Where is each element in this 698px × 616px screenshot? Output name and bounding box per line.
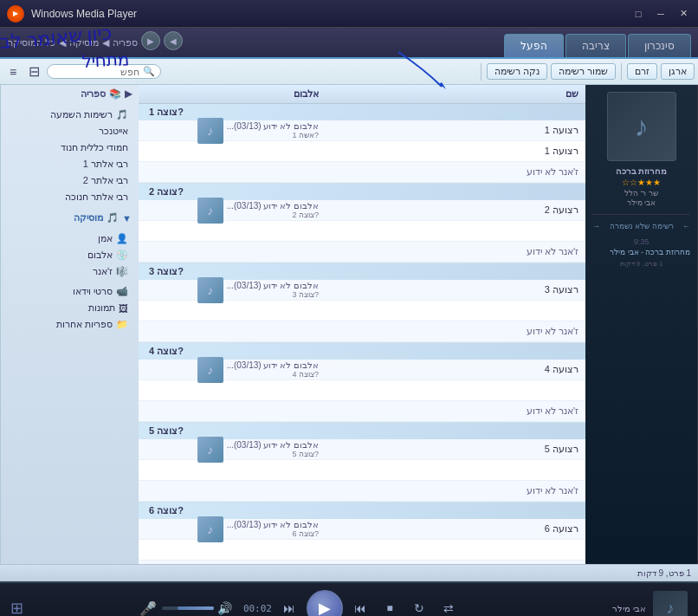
track-row[interactable] — [139, 221, 585, 242]
playlist-name: רשימה שלא נשמרה — [610, 222, 674, 230]
panel-divider — [592, 214, 690, 215]
music-note-icon: ♪ — [635, 111, 649, 143]
track-row[interactable]: רצועה 4 אלבום לא ידוע (03/13)... ?צוצה 4… — [139, 360, 585, 380]
sidebar-section-music[interactable]: ▼ 🎵 מוסיקה — [1, 209, 139, 227]
toolbar-separator — [621, 63, 622, 81]
tab-sync[interactable]: סינכרון — [628, 34, 691, 57]
track-group-4: ?צוצה 4 רצועה 4 אלבום לא ידוע (03/13)...… — [139, 343, 585, 423]
sidebar-item-itunes[interactable]: אייטנכר — [1, 123, 139, 139]
breadcrumb-sep2: ◀ — [59, 37, 66, 49]
track-row[interactable]: ז'אנר לא ידוע — [139, 242, 585, 263]
wmp-logo: ▶ — [7, 5, 24, 23]
breadcrumb-sep1: ◀ — [102, 37, 109, 49]
nav-back-button[interactable]: ◀ — [164, 31, 183, 50]
breadcrumb: ◀ ▶ ספריה ◀ מוסיקה ◀ כל המוסיקה — [7, 31, 183, 57]
track-row[interactable]: רצועה 2 אלבום לא ידוע (03/13)... ?צוצה 2… — [139, 200, 585, 221]
sidebar-item-genre[interactable]: 🎼 ז'אנר — [1, 263, 139, 280]
repeat-button[interactable]: ↻ — [407, 596, 431, 616]
playing-track: מחרוזת ברכה - אבי מילר — [592, 248, 690, 256]
track-row[interactable]: רצועה 1 — [139, 141, 585, 162]
sidebar-item-rabi2[interactable]: רבי אלתר 2 — [1, 172, 139, 189]
track-group-2: ?צוצה 2 רצועה 2 אלבום לא ידוע (03/13)...… — [139, 184, 585, 263]
next-button[interactable]: ⏭ — [277, 596, 301, 616]
sidebar-item-rabi1[interactable]: רבי אלתר 1 — [1, 156, 139, 172]
search-input[interactable] — [53, 67, 139, 77]
album-thumbnail: ♪ — [197, 198, 223, 224]
track-row[interactable] — [139, 540, 585, 561]
clear-list-button[interactable]: נקה רשימה — [487, 63, 547, 80]
sidebar-item-hamudei[interactable]: חמודי כללית חנוד — [1, 139, 139, 156]
album-thumbnail: ♪ — [197, 357, 223, 383]
breadcrumb-music[interactable]: מוסיקה — [69, 37, 99, 49]
maximize-button[interactable]: □ — [630, 6, 646, 22]
sidebar-item-other-libraries[interactable]: 📁 ספריות אחרות — [1, 316, 139, 333]
album-thumbnail: ♪ — [197, 118, 223, 144]
singer-label: שר ר' הלל — [616, 189, 668, 198]
track-row[interactable]: רצועה 1 אלבום לא ידוע (03/13)... ?אשה 1 … — [139, 120, 585, 141]
shuffle-button[interactable]: ⇄ — [436, 596, 461, 616]
album-art: ♪ — [607, 92, 676, 161]
minimize-button[interactable]: ─ — [653, 6, 669, 22]
view-buttons: ⊟ ≡ — [3, 62, 43, 81]
nav-right-arrow[interactable]: → — [592, 222, 600, 230]
sidebar-item-artist[interactable]: 👤 אמן — [1, 230, 139, 247]
track-rating[interactable]: ★★★☆☆ — [616, 178, 668, 187]
prev-button[interactable]: ⏮ — [348, 596, 372, 616]
view-mode-button[interactable]: ⊟ — [24, 62, 43, 81]
track-group-3: ?צוצה 3 רצועה 3 אלבום לא ידוע (03/13)...… — [139, 263, 585, 343]
organize-button[interactable]: ארגן — [661, 63, 695, 80]
close-button[interactable]: ✕ — [675, 6, 691, 22]
stop-button[interactable]: ■ — [378, 596, 402, 616]
track-row[interactable]: רצועה 6 אלבום לא ידוע (03/13)... ?צוצה 6… — [139, 519, 585, 540]
nav-tabs: סינכרון צריבה הפעל ◀ ▶ ספריה ◀ מוסיקה ◀ … — [0, 28, 698, 59]
volume-icon: 🔊 — [217, 601, 232, 615]
breadcrumb-all[interactable]: כל המוסיקה — [7, 37, 55, 49]
sidebar-item-album[interactable]: 💿 אלבום — [1, 247, 139, 263]
track-name: רצועה 1 — [322, 125, 578, 136]
album-name: אלבום לא ידוע (03/13)... — [227, 121, 319, 131]
album-thumbnail: ♪ — [197, 516, 223, 542]
status-bar: 1 פרט, 9 דקות — [0, 564, 698, 581]
nav-forward-button[interactable]: ▶ — [141, 31, 160, 50]
volume-area: 🔊 — [162, 601, 232, 615]
track-row[interactable]: ז'אנר לא ידוע — [139, 401, 585, 422]
track-row[interactable]: ז'אנר לא ידוע — [139, 481, 585, 502]
track-row[interactable] — [139, 460, 585, 481]
track-row[interactable] — [139, 380, 585, 401]
mic-icon[interactable]: 🎤 — [139, 600, 157, 617]
columns-button[interactable]: ≡ — [3, 62, 23, 81]
sidebar-item-videos[interactable]: 📹 סרטי וידאו — [1, 283, 139, 300]
sidebar-item-playlists[interactable]: 🎵 רשימות השמעה — [1, 107, 139, 123]
playlist-label: ← רשימה שלא נשמרה → — [592, 222, 690, 230]
save-list-button[interactable]: שמור רשימה — [551, 63, 616, 80]
track-row[interactable] — [139, 301, 585, 321]
track-row[interactable]: ז'אנר לא ידוע — [139, 561, 585, 564]
stream-button[interactable]: זרם — [627, 63, 657, 80]
album-sub: ?אשה 1 — [227, 131, 319, 139]
genre-label: ז'אנר לא ידוע — [145, 166, 578, 178]
track-row[interactable]: רצועה 5 אלבום לא ידוע (03/13)... ?צוצה 5… — [139, 439, 585, 460]
sidebar-item-rabi-hanukah[interactable]: רבי אלתר חנוכה — [1, 189, 139, 205]
player-right-buttons: ⊞ — [10, 599, 23, 616]
nav-circle-buttons: ◀ ▶ — [141, 31, 183, 54]
track-name: רצועה 2 — [319, 204, 578, 216]
col-header-album[interactable]: אלבום — [145, 88, 319, 100]
sidebar-item-pictures[interactable]: 🖼 תמונות — [1, 300, 139, 316]
track-group-1: ?צוצה 1 רצועה 1 אלבום לא ידוע (03/13)...… — [139, 104, 585, 184]
sidebar-section-library[interactable]: ▶ 📚 ספריה — [1, 85, 139, 103]
col-header-name[interactable]: שם — [336, 88, 578, 100]
tab-burn[interactable]: צריבה — [566, 34, 626, 57]
eq-button[interactable]: ⊞ — [10, 599, 23, 616]
play-button[interactable]: ▶ — [307, 590, 343, 616]
track-row[interactable]: רצועה 3 אלבום לא ידוע (03/13)... ?צוצה 3… — [139, 280, 585, 301]
track-row[interactable]: ז'אנר לא ידוע — [139, 162, 585, 183]
title-bar-controls-left: ✕ ─ □ — [630, 6, 691, 22]
content-area: שם אלבום ?צוצה 1 רצועה 1 אלבום לא ידוע — [139, 85, 585, 564]
track-row[interactable]: ז'אנר לא ידוע — [139, 321, 585, 342]
nav-left-arrow[interactable]: ← — [682, 222, 690, 230]
breadcrumb-library[interactable]: ספריה — [113, 37, 138, 49]
track-group-6: ?צוצה 6 רצועה 6 אלבום לא ידוע (03/13)...… — [139, 503, 585, 564]
volume-slider[interactable] — [162, 606, 214, 610]
tab-play[interactable]: הפעל — [504, 34, 564, 57]
track-title: מחרוזת ברכה — [616, 166, 668, 176]
